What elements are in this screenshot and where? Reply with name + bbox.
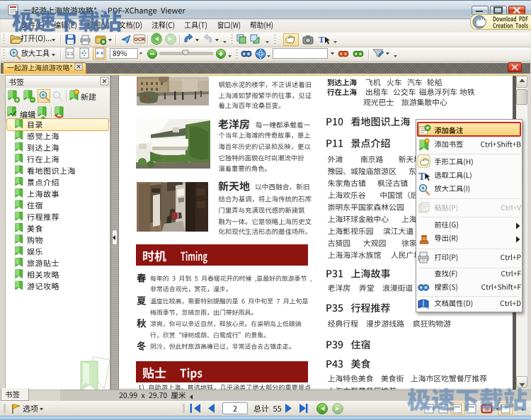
svg-text:T: T bbox=[418, 171, 426, 182]
